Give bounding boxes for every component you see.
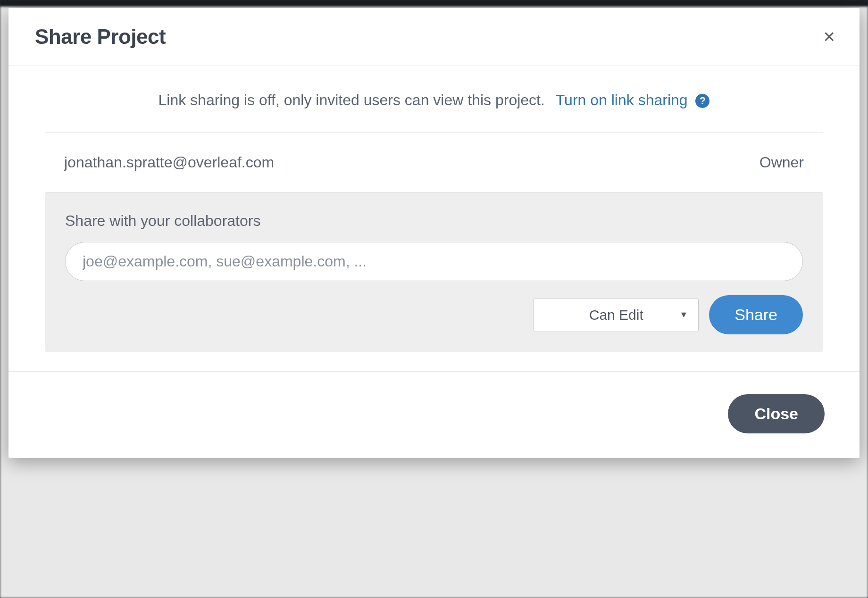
help-icon[interactable]: ? bbox=[695, 94, 709, 108]
chevron-down-icon: ▼ bbox=[679, 310, 688, 320]
collaborator-email-input[interactable] bbox=[65, 242, 803, 281]
modal-header: Share Project × bbox=[8, 8, 860, 66]
permission-select-label: Can Edit bbox=[560, 307, 672, 323]
owner-role: Owner bbox=[760, 154, 804, 171]
share-actions-row: Can Edit ▼ Share bbox=[65, 295, 803, 334]
permission-select[interactable]: Can Edit ▼ bbox=[534, 298, 699, 332]
modal-body: Link sharing is off, only invited users … bbox=[8, 66, 860, 371]
close-button[interactable]: Close bbox=[728, 394, 825, 433]
link-sharing-status: Link sharing is off, only invited users … bbox=[159, 91, 545, 108]
share-project-modal: Share Project × Link sharing is off, onl… bbox=[8, 8, 860, 458]
bg-top-bar bbox=[0, 0, 868, 7]
owner-row: jonathan.spratte@overleaf.com Owner bbox=[45, 133, 823, 192]
share-with-collaborators-box: Share with your collaborators Can Edit ▼… bbox=[45, 192, 823, 352]
members-section: jonathan.spratte@overleaf.com Owner bbox=[45, 133, 823, 192]
link-sharing-row: Link sharing is off, only invited users … bbox=[8, 66, 860, 133]
share-label: Share with your collaborators bbox=[65, 212, 803, 230]
turn-on-link-sharing-link[interactable]: Turn on link sharing bbox=[556, 91, 688, 108]
share-button[interactable]: Share bbox=[709, 295, 803, 334]
owner-email: jonathan.spratte@overleaf.com bbox=[64, 154, 274, 171]
modal-footer: Close bbox=[8, 371, 860, 458]
close-icon[interactable]: × bbox=[821, 25, 837, 49]
modal-title: Share Project bbox=[35, 25, 166, 49]
